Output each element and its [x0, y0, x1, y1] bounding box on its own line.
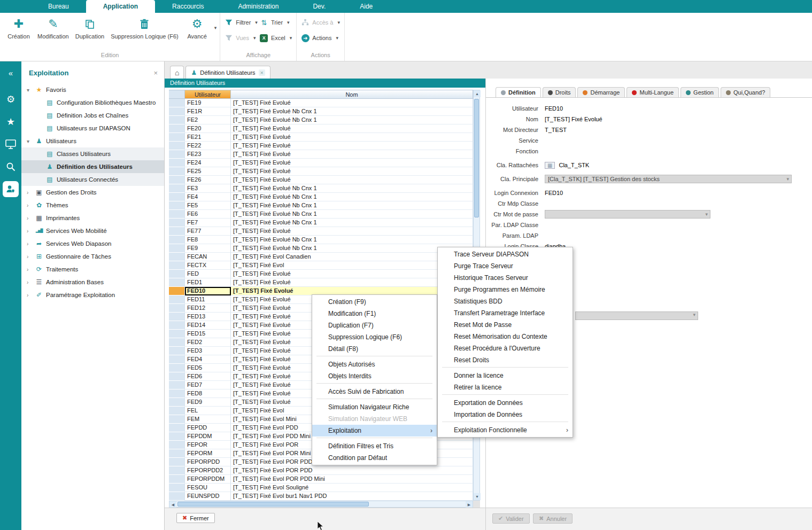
- cell-nom[interactable]: [T_TEST] Fixé Evolué Nb Cnx 1: [231, 210, 473, 219]
- row-gutter[interactable]: [169, 381, 185, 389]
- close-tab-icon[interactable]: ×: [259, 69, 265, 76]
- row-gutter[interactable]: [169, 184, 185, 193]
- row-gutter[interactable]: [169, 330, 185, 338]
- field-value[interactable]: [T_TEST] Fixé Evolué: [545, 116, 602, 122]
- cell-utilisateur[interactable]: FED2: [185, 338, 231, 347]
- cell-utilisateur[interactable]: FE23: [185, 150, 231, 159]
- cell-utilisateur[interactable]: FEPOR: [185, 441, 231, 449]
- users-admin-icon-active[interactable]: [3, 181, 19, 197]
- row-gutter[interactable]: [169, 99, 185, 107]
- header-nom[interactable]: Nom: [231, 90, 473, 99]
- cell-utilisateur[interactable]: FE2: [185, 116, 231, 124]
- field-value[interactable]: [545, 210, 710, 219]
- field-value[interactable]: Cla_T_STK: [545, 162, 589, 168]
- row-gutter[interactable]: [169, 142, 185, 150]
- submenu-item[interactable]: Statistiques BDD: [438, 295, 573, 307]
- field-value[interactable]: FED10: [545, 190, 563, 196]
- gear-icon[interactable]: ⚙: [0, 88, 21, 111]
- cell-nom[interactable]: [T_TEST] Fixé Evol POR PDD Mini: [231, 475, 473, 484]
- tree-item[interactable]: › ⊞ Gestionnaire de Tâches: [21, 250, 164, 263]
- submenu-item[interactable]: [442, 394, 568, 396]
- table-row[interactable]: FE24 [T_TEST] Fixé Evolué: [169, 159, 480, 167]
- cell-utilisateur[interactable]: FED8: [185, 389, 231, 398]
- row-gutter[interactable]: [169, 107, 185, 116]
- chevron-down-icon[interactable]: ▾: [214, 25, 217, 30]
- tree-item[interactable]: › ☰ Administration Bases: [21, 276, 164, 289]
- cell-utilisateur[interactable]: FED5: [185, 364, 231, 372]
- row-gutter[interactable]: [169, 475, 185, 484]
- trier-button[interactable]: ⇅ Trier ▾: [260, 18, 292, 27]
- fermer-button[interactable]: ✖ Fermer: [176, 513, 215, 523]
- chevron-icon[interactable]: ›: [27, 190, 34, 196]
- submenu-item[interactable]: Importation de Données: [438, 409, 573, 420]
- menubar-item[interactable]: Dev.: [296, 0, 343, 13]
- filtrer-button[interactable]: Filtrer ▾: [225, 18, 258, 27]
- cell-utilisateur[interactable]: FEPORPDD2: [185, 466, 231, 475]
- cell-nom[interactable]: [T_TEST] Fixé Evolué Nb Cnx 1: [231, 236, 473, 244]
- panel-tab[interactable]: Multi-Langue: [627, 87, 679, 97]
- table-row[interactable]: FE77 [T_TEST] Fixé Evolué: [169, 227, 480, 236]
- monitor-icon[interactable]: [0, 133, 21, 155]
- panel-tab[interactable]: Démarrage: [577, 87, 625, 97]
- row-gutter[interactable]: [169, 364, 185, 372]
- row-gutter[interactable]: [169, 449, 185, 458]
- row-gutter[interactable]: [169, 201, 185, 210]
- cell-utilisateur[interactable]: FE19: [185, 99, 231, 107]
- panel-tab[interactable]: Gestion: [680, 87, 719, 97]
- menu-item[interactable]: [316, 399, 432, 401]
- cell-nom[interactable]: [T_TEST] Fixé Evolué Nb Cnx 1: [231, 193, 473, 201]
- cell-utilisateur[interactable]: FEPORPDD: [185, 458, 231, 466]
- menu-item[interactable]: [316, 383, 432, 385]
- menu-item[interactable]: Accès Suivi de Fabrication: [312, 386, 437, 398]
- table-row[interactable]: FED [T_TEST] Fixé Evolué: [169, 270, 480, 278]
- tree-item[interactable]: ▤ Définition Jobs et Chaînes: [21, 109, 164, 122]
- table-row[interactable]: FE8 [T_TEST] Fixé Evolué Nb Cnx 1: [169, 236, 480, 244]
- table-row[interactable]: FEPORPDD2 [T_TEST] Fixé Evol POR PDD: [169, 466, 480, 475]
- cell-nom[interactable]: [T_TEST] Fixé Evolué: [231, 142, 473, 150]
- submenu-item[interactable]: Reset Mot de Passe: [438, 319, 573, 331]
- tree-item[interactable]: ▾ ★ Favoris: [21, 83, 164, 96]
- scroll-down-icon[interactable]: ▼: [474, 493, 481, 500]
- row-gutter[interactable]: [169, 253, 185, 261]
- menu-item[interactable]: Objets Interdits: [312, 370, 437, 382]
- submenu-item[interactable]: Exportation de Données: [438, 397, 573, 409]
- field-value[interactable]: T_TEST: [545, 127, 567, 133]
- row-gutter[interactable]: [169, 492, 185, 501]
- chevron-icon[interactable]: ›: [27, 279, 34, 285]
- cell-utilisateur[interactable]: FE5: [185, 201, 231, 210]
- submenu-item[interactable]: Donner la licence: [438, 370, 573, 381]
- menu-item[interactable]: Condition par Défaut: [312, 452, 437, 464]
- row-gutter[interactable]: [169, 321, 185, 330]
- cell-utilisateur[interactable]: FEL: [185, 407, 231, 415]
- cell-nom[interactable]: [T_TEST] Fixé Evolué: [231, 167, 473, 176]
- cell-utilisateur[interactable]: FE6: [185, 210, 231, 219]
- row-gutter[interactable]: [169, 484, 185, 492]
- horizontal-scrollbar[interactable]: ◀ ▶: [169, 501, 473, 508]
- row-gutter[interactable]: [169, 270, 185, 278]
- menu-item[interactable]: [316, 438, 432, 440]
- cell-utilisateur[interactable]: FE9: [185, 244, 231, 253]
- cell-utilisateur[interactable]: FED9: [185, 398, 231, 407]
- cell-utilisateur[interactable]: FE21: [185, 133, 231, 142]
- chevron-down-icon[interactable]: ▾: [290, 35, 292, 41]
- horizontal-scroll-thumb[interactable]: [177, 502, 369, 506]
- star-icon[interactable]: ★: [0, 111, 21, 133]
- acces-a-button[interactable]: Accès à ▾: [301, 18, 340, 27]
- row-gutter[interactable]: [169, 193, 185, 201]
- menu-item[interactable]: Détail (F8): [312, 343, 437, 355]
- annuler-button[interactable]: ✖ Annuler: [533, 513, 573, 524]
- row-gutter[interactable]: [169, 389, 185, 398]
- row-gutter[interactable]: [169, 424, 185, 432]
- creation-button[interactable]: ✚ Création: [3, 15, 34, 41]
- suppression-button[interactable]: Suppression Logique (F6): [107, 15, 182, 41]
- table-row[interactable]: FE21 [T_TEST] Fixé Evolué: [169, 133, 480, 142]
- tree-item[interactable]: › ✐ Paramétrage Exploitation: [21, 289, 164, 301]
- cell-nom[interactable]: [T_TEST] Fixé Evolué Nb Cnx 1: [231, 219, 473, 227]
- row-gutter[interactable]: [169, 227, 185, 236]
- table-row[interactable]: FE1R [T_TEST] Fixé Evolué Nb Cnx 1: [169, 107, 480, 116]
- cell-utilisateur[interactable]: FE1R: [185, 107, 231, 116]
- table-row[interactable]: FE25 [T_TEST] Fixé Evolué: [169, 167, 480, 176]
- menubar-item[interactable]: Aide: [343, 0, 390, 13]
- table-row[interactable]: FE7 [T_TEST] Fixé Evolué Nb Cnx 1: [169, 219, 480, 227]
- cell-nom[interactable]: [T_TEST] Fixé Evolué: [231, 176, 473, 184]
